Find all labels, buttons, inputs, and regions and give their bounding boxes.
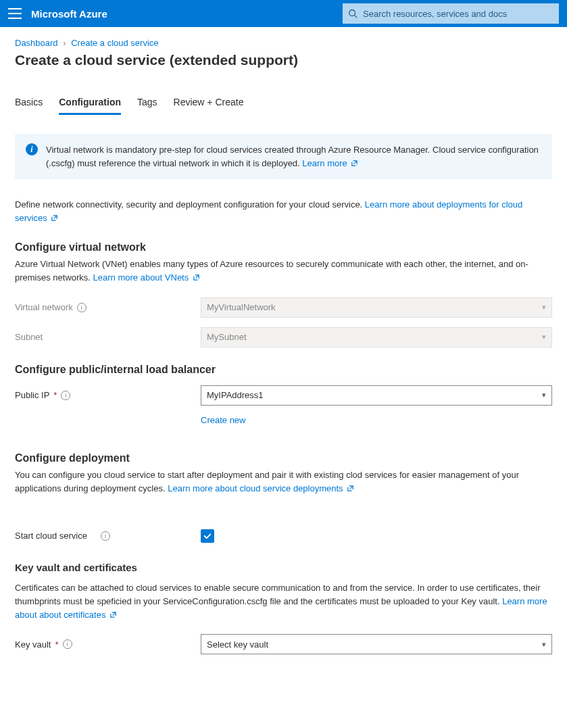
top-bar: Microsoft Azure — [0, 0, 567, 27]
external-link-icon — [351, 160, 358, 167]
vnet-learn-more-link[interactable]: Learn more about VNets — [93, 272, 200, 283]
select-key-vault[interactable]: Select key vault ▾ — [201, 634, 552, 654]
vnet-desc: Azure Virtual Network (VNet) enables man… — [15, 258, 552, 285]
select-subnet: MySubnet ▾ — [201, 327, 552, 347]
global-search[interactable] — [343, 3, 559, 24]
svg-line-1 — [355, 16, 358, 18]
search-input[interactable] — [363, 9, 553, 19]
hamburger-icon[interactable] — [8, 8, 22, 19]
label-subnet: Subnet — [15, 332, 201, 342]
heading-configure-vnet: Configure virtual network — [15, 241, 552, 253]
checkbox-start-service[interactable] — [201, 529, 214, 543]
label-key-vault: Key vault * i — [15, 639, 201, 650]
intro-text: Define network connectivity, security an… — [15, 198, 552, 225]
select-virtual-network: MyVirtualNetwork ▾ — [201, 297, 552, 318]
chevron-down-icon: ▾ — [542, 303, 546, 312]
info-circle-icon[interactable]: i — [63, 639, 72, 649]
info-learn-more-link[interactable]: Learn more — [302, 158, 358, 168]
required-asterisk: * — [53, 390, 57, 400]
info-icon: i — [26, 143, 38, 155]
external-link-icon — [193, 274, 200, 281]
breadcrumb: Dashboard › Create a cloud service — [15, 38, 552, 48]
label-virtual-network: Virtual network i — [15, 302, 201, 312]
breadcrumb-current[interactable]: Create a cloud service — [71, 38, 158, 48]
select-key-vault-value: Select key vault — [207, 639, 268, 650]
create-new-ip-link[interactable]: Create new — [201, 415, 245, 425]
info-circle-icon[interactable]: i — [77, 303, 87, 312]
kv-desc: Certificates can be attached to cloud se… — [15, 581, 552, 622]
select-virtual-network-value: MyVirtualNetwork — [207, 302, 276, 312]
required-asterisk: * — [55, 639, 58, 650]
page-content: Dashboard › Create a cloud service Creat… — [0, 27, 567, 691]
heading-load-balancer: Configure public/internal load balancer — [15, 364, 552, 376]
chevron-right-icon: › — [63, 38, 66, 48]
row-start-service: Start cloud service i — [15, 529, 552, 543]
select-public-ip-value: MyIPAddress1 — [207, 390, 264, 400]
deploy-learn-more-link[interactable]: Learn more about cloud service deploymen… — [168, 483, 354, 493]
external-link-icon — [347, 485, 354, 492]
info-circle-icon[interactable]: i — [61, 391, 70, 400]
heading-deployment: Configure deployment — [15, 452, 552, 464]
label-public-ip: Public IP * i — [15, 390, 201, 400]
row-subnet: Subnet MySubnet ▾ — [15, 327, 552, 347]
deploy-desc: You can configure you cloud service to s… — [15, 468, 552, 495]
chevron-down-icon: ▾ — [542, 333, 546, 341]
select-subnet-value: MySubnet — [207, 332, 247, 342]
chevron-down-icon: ▾ — [542, 640, 546, 649]
info-circle-icon[interactable]: i — [101, 531, 110, 541]
row-public-ip: Public IP * i MyIPAddress1 ▾ — [15, 385, 552, 406]
tab-basics[interactable]: Basics — [15, 94, 43, 115]
tab-tags[interactable]: Tags — [137, 94, 157, 115]
select-public-ip[interactable]: MyIPAddress1 ▾ — [201, 385, 552, 406]
svg-point-0 — [349, 10, 355, 16]
info-banner: i Virtual network is mandatory pre-step … — [15, 134, 552, 179]
row-virtual-network: Virtual network i MyVirtualNetwork ▾ — [15, 297, 552, 318]
breadcrumb-root[interactable]: Dashboard — [15, 38, 58, 48]
search-icon — [348, 9, 358, 18]
tabs: Basics Configuration Tags Review + Creat… — [15, 94, 552, 115]
row-key-vault: Key vault * i Select key vault ▾ — [15, 634, 552, 654]
external-link-icon — [109, 611, 117, 618]
info-text: Virtual network is mandatory pre-step fo… — [46, 143, 541, 170]
chevron-down-icon: ▾ — [542, 391, 546, 399]
external-link-icon — [51, 214, 58, 222]
page-title: Create a cloud service (extended support… — [15, 52, 552, 68]
tab-configuration[interactable]: Configuration — [59, 94, 121, 115]
brand-label: Microsoft Azure — [31, 8, 107, 20]
label-start-service: Start cloud service i — [15, 531, 201, 541]
heading-key-vault: Key vault and certificates — [15, 562, 552, 573]
tab-review-create[interactable]: Review + Create — [174, 94, 244, 115]
check-icon — [203, 531, 212, 541]
